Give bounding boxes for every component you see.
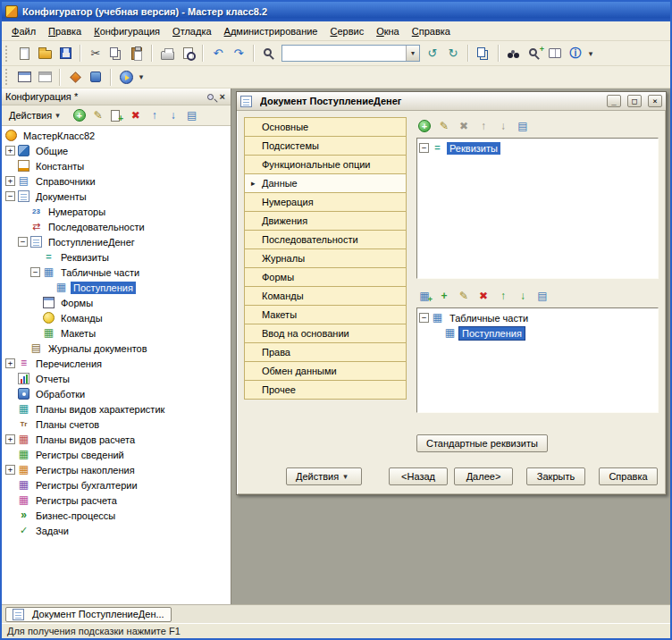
print-button[interactable]: [157, 44, 177, 63]
close-panel-icon[interactable]: ×: [218, 91, 227, 102]
expander-plus-icon[interactable]: +: [5, 465, 15, 475]
expander-minus-icon[interactable]: −: [5, 191, 15, 201]
close-button[interactable]: Закрыть: [526, 467, 585, 485]
dialog-maximize-button[interactable]: □: [627, 95, 642, 107]
tab-main[interactable]: Основные: [244, 117, 407, 137]
tab-data-exchange[interactable]: Обмен данными: [244, 361, 407, 381]
move-down-button[interactable]: ↓: [165, 108, 181, 123]
global-search-button[interactable]: [504, 44, 524, 63]
edit-attribute-button[interactable]: ✎: [436, 119, 452, 134]
sort-attributes-button[interactable]: ▤: [515, 119, 531, 134]
add-attribute-button[interactable]: +: [416, 119, 433, 134]
redo-button[interactable]: ↷: [229, 44, 248, 63]
back-button[interactable]: <Назад: [389, 467, 448, 485]
menu-file[interactable]: Файл: [5, 23, 42, 39]
menu-service[interactable]: Сервис: [323, 23, 370, 39]
tree-item-tabular-sections[interactable]: −▦Табличные части: [2, 265, 231, 280]
tab-functional-options[interactable]: Функциональные опции: [244, 155, 407, 174]
open-button[interactable]: [35, 44, 55, 63]
tree-item-tasks[interactable]: ✓Задачи: [2, 523, 231, 538]
move-attribute-up-button[interactable]: ↑: [475, 119, 491, 134]
tree-item-info-registers[interactable]: ▦Регистры сведений: [2, 447, 231, 462]
tree-item-data-processors[interactable]: Обработки: [2, 386, 231, 401]
about-button[interactable]: ⓘ: [566, 44, 585, 63]
tree-item-templates[interactable]: ▦Макеты: [2, 325, 231, 341]
menu-debug[interactable]: Отладка: [166, 23, 218, 39]
menu-windows[interactable]: Окна: [370, 23, 406, 39]
search-dropdown-button[interactable]: ▾: [406, 46, 419, 61]
sort-tabular-button[interactable]: ▤: [534, 289, 550, 304]
tab-rights[interactable]: Права: [244, 342, 407, 362]
toolbar-grip[interactable]: [5, 46, 10, 62]
start-debugging-button[interactable]: [116, 67, 136, 87]
pin-icon[interactable]: [207, 94, 214, 100]
tab-data[interactable]: ▸Данные: [244, 173, 407, 193]
add-child-button[interactable]: +: [109, 108, 124, 123]
tree-item-root[interactable]: МастерКласс82: [2, 128, 231, 143]
tree-item-catalogs[interactable]: +▤Справочники: [2, 173, 231, 189]
next-button[interactable]: Далее>: [454, 467, 513, 485]
tree-item-char-type-plans[interactable]: ▦Планы видов характеристик: [2, 401, 231, 417]
find-next-button[interactable]: ↻: [443, 44, 463, 63]
move-tabular-down-button[interactable]: ↓: [515, 289, 531, 304]
tab-numbering[interactable]: Нумерация: [244, 192, 407, 212]
dialog-close-button[interactable]: ×: [648, 95, 662, 107]
tree-item-reports[interactable]: Отчеты: [2, 371, 231, 386]
expander-plus-icon[interactable]: +: [5, 176, 15, 186]
search-combobox[interactable]: ▾: [281, 45, 420, 62]
attributes-panel[interactable]: − = Реквизиты: [416, 138, 659, 279]
attributes-root-row[interactable]: − = Реквизиты: [419, 140, 656, 156]
paste-button[interactable]: [127, 44, 147, 63]
tree-item-accounting-registers[interactable]: ▦Регистры бухгалтерии: [2, 477, 231, 493]
syntax-check-button[interactable]: +: [525, 44, 544, 63]
expander-plus-icon[interactable]: +: [5, 434, 15, 444]
delete-tabular-button[interactable]: ✖: [475, 289, 491, 304]
expander-minus-icon[interactable]: −: [30, 267, 40, 277]
tree-item-chart-of-accounts[interactable]: ТгПланы счетов: [2, 417, 231, 432]
tree-item-commands[interactable]: Команды: [2, 310, 231, 325]
delete-attribute-button[interactable]: ✖: [456, 119, 472, 134]
move-attribute-down-button[interactable]: ↓: [495, 119, 511, 134]
tree-item-sequences[interactable]: ⇄Последовательности: [2, 219, 231, 234]
toolbar-overflow-button[interactable]: ▾: [586, 44, 595, 63]
tree-item-document-journals[interactable]: ▤Журналы документов: [2, 341, 231, 356]
service-window-button[interactable]: [35, 67, 55, 87]
tree-item-postuplenie-deneg[interactable]: −ПоступлениеДенег: [2, 234, 231, 249]
expander-plus-icon[interactable]: +: [5, 146, 15, 156]
menu-help[interactable]: Справка: [406, 23, 457, 39]
save-button[interactable]: [55, 44, 75, 63]
tree-item-common[interactable]: +Общие: [2, 143, 231, 158]
menu-edit[interactable]: Правка: [42, 23, 88, 39]
menu-administration[interactable]: Администрирование: [218, 23, 324, 39]
move-up-button[interactable]: ↑: [147, 108, 162, 123]
tree-item-calc-registers[interactable]: ▦Регистры расчета: [2, 493, 231, 508]
expander-plus-icon[interactable]: +: [5, 358, 15, 368]
expander-minus-icon[interactable]: −: [419, 143, 429, 153]
find-previous-button[interactable]: ↺: [423, 44, 442, 63]
tabular-sections-panel[interactable]: − ▦ Табличные части ▦ Поступления: [416, 307, 659, 413]
configuration-window-button[interactable]: [14, 67, 34, 87]
toolbar-grip[interactable]: [5, 69, 10, 85]
help-button[interactable]: Справка: [599, 467, 658, 485]
tab-movements[interactable]: Движения: [244, 211, 407, 231]
tab-templates[interactable]: Макеты: [244, 305, 407, 324]
actions-menu-button[interactable]: Действия ▾: [5, 108, 68, 122]
tree-item-business-processes[interactable]: »Бизнес-процессы: [2, 508, 231, 523]
move-tabular-up-button[interactable]: ↑: [495, 289, 511, 304]
undo-button[interactable]: ↶: [208, 44, 228, 63]
expander-minus-icon[interactable]: −: [419, 313, 429, 323]
add-tabular-section-button[interactable]: ▦+: [416, 289, 433, 304]
tree-item-numerators[interactable]: 23Нумераторы: [2, 204, 231, 219]
standard-attributes-button[interactable]: Стандартные реквизиты: [416, 434, 548, 452]
tab-input-based-on[interactable]: Ввод на основании: [244, 324, 407, 343]
update-db-configuration-button[interactable]: [65, 67, 85, 87]
add-button[interactable]: +: [71, 108, 87, 123]
copy-button[interactable]: [106, 44, 126, 63]
edit-tabular-button[interactable]: ✎: [456, 289, 472, 304]
tree-item-accum-registers[interactable]: +▦Регистры накопления: [2, 462, 231, 477]
db-configuration-button[interactable]: [86, 67, 105, 87]
window-tab-document[interactable]: Документ ПоступлениеДен...: [5, 607, 172, 622]
format-copy-button[interactable]: [474, 44, 493, 63]
cut-button[interactable]: ✂: [86, 44, 105, 63]
title-bar[interactable]: Конфигуратор (учебная версия) - Мастер к…: [2, 2, 670, 21]
